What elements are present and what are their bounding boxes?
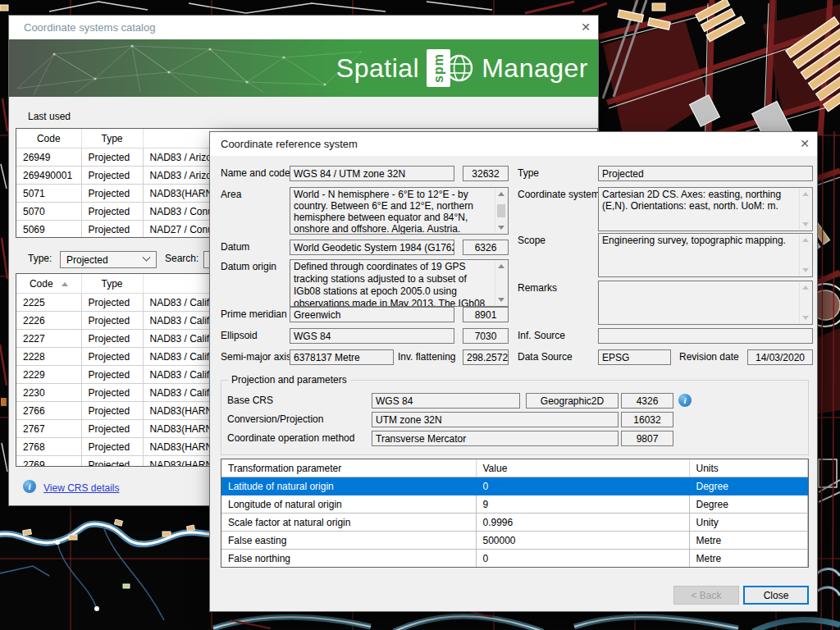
base-crs-field[interactable]: WGS 84 [372, 393, 520, 409]
datum-origin-scrollbar[interactable] [495, 261, 507, 305]
close-button[interactable]: Close [743, 586, 809, 605]
search-label: Search: [165, 251, 199, 267]
data-source-field[interactable]: EPSG [598, 349, 671, 365]
prime-meridian-field[interactable]: Greenwich [290, 307, 454, 322]
cell-type: Projected [81, 348, 143, 366]
base-crs-info-icon[interactable]: i [678, 394, 692, 407]
inf-source-field[interactable] [598, 328, 813, 344]
projection-group-caption: Projection and parameters [228, 374, 350, 386]
datum-code-field[interactable]: 6326 [463, 240, 509, 255]
cell-parameter: Longitude of natural origin [221, 495, 476, 514]
coordinate-system-field[interactable]: Cartesian 2D CS. Axes: easting, northing… [598, 187, 813, 231]
scroll-up-icon[interactable] [802, 238, 809, 242]
column-header-code[interactable]: Code [16, 129, 81, 148]
code-field[interactable]: 32632 [463, 166, 509, 181]
cell-type: Projected [81, 148, 143, 167]
coordinate-system-scrollbar[interactable] [799, 189, 811, 230]
parameter-row[interactable]: False northing 0 Metre [221, 550, 808, 568]
cell-value: 500000 [476, 532, 689, 550]
cell-value: 0.9996 [476, 514, 689, 532]
conversion-field[interactable]: UTM zone 32N [372, 412, 619, 427]
scroll-down-icon[interactable] [802, 268, 809, 272]
inv-flattening-field[interactable]: 298.257223 [463, 349, 509, 365]
inv-flattening-label: Inv. flattening [398, 349, 456, 365]
column-header-type[interactable]: Type [81, 129, 143, 148]
base-crs-kind-field[interactable]: Geographic2D [526, 393, 619, 409]
back-button[interactable]: < Back [673, 586, 739, 605]
column-header-code[interactable]: Code [16, 274, 81, 294]
catalog-titlebar: Coordinate systems catalog ✕ [9, 16, 598, 39]
cell-type: Projected [81, 402, 143, 420]
operation-method-code-field[interactable]: 9807 [621, 431, 673, 446]
ellipsoid-field[interactable]: WGS 84 [290, 328, 454, 344]
parameter-row[interactable]: Latitude of natural origin 0 Degree [221, 477, 808, 495]
cell-code: 2228 [16, 348, 81, 366]
cell-code: 2225 [16, 294, 81, 312]
scope-field[interactable]: Engineering survey, topographic mapping. [598, 233, 813, 277]
revision-date-label: Revision date [679, 349, 739, 365]
operation-method-field[interactable]: Transverse Mercator [372, 431, 619, 446]
conversion-label: Conversion/Projection [227, 412, 323, 427]
brand-manager: Manager [482, 53, 588, 84]
data-source-label: Data Source [518, 349, 573, 365]
parameter-row[interactable]: False easting 500000 Metre [221, 532, 808, 550]
scroll-up-icon[interactable] [802, 192, 809, 196]
sort-ascending-icon [62, 282, 68, 286]
cell-parameter: False easting [221, 532, 476, 550]
scroll-down-icon[interactable] [498, 298, 504, 302]
type-filter-dropdown[interactable]: Projected [60, 251, 157, 268]
close-icon[interactable]: ✕ [792, 132, 817, 156]
datum-origin-field[interactable]: Defined through coordinates of 19 GPS tr… [290, 259, 509, 307]
cell-parameter: False northing [221, 550, 476, 568]
cell-value: 0 [476, 550, 689, 568]
cell-type: Projected [81, 203, 143, 221]
cell-type: Projected [81, 456, 143, 468]
info-icon: i [23, 480, 36, 493]
datum-field[interactable]: World Geodetic System 1984 (G1762) [290, 240, 454, 255]
base-crs-code-field[interactable]: 4326 [621, 393, 673, 409]
ellipsoid-code-field[interactable]: 7030 [463, 328, 509, 344]
cell-units: Metre [689, 550, 808, 568]
cell-code: 26949 [16, 148, 81, 167]
column-header-parameter[interactable]: Transformation parameter [221, 459, 476, 477]
cell-parameter: Latitude of natural origin [221, 477, 476, 495]
dialog-title: Coordinate reference system [221, 138, 358, 150]
column-header-units[interactable]: Units [689, 459, 808, 477]
spm-logo-text: spm [431, 49, 446, 87]
semi-major-axis-field[interactable]: 6378137 Metre [290, 349, 394, 365]
close-icon[interactable]: ✕ [573, 16, 598, 39]
cell-code: 2766 [16, 402, 81, 420]
scope-scrollbar[interactable] [799, 235, 811, 276]
catalog-title: Coordinate systems catalog [24, 21, 155, 34]
parameter-row[interactable]: Longitude of natural origin 9 Degree [221, 495, 808, 514]
cell-units: Metre [689, 532, 808, 550]
cell-code: 2230 [16, 384, 81, 402]
parameter-row[interactable]: Scale factor at natural origin 0.9996 Un… [221, 514, 808, 532]
cell-parameter: Scale factor at natural origin [221, 514, 476, 532]
scroll-down-icon[interactable] [802, 222, 809, 226]
scroll-up-icon[interactable] [498, 264, 504, 268]
cell-code: 2227 [16, 330, 81, 348]
semi-major-axis-label: Semi-major axis [221, 349, 291, 365]
name-field[interactable]: WGS 84 / UTM zone 32N [290, 166, 454, 181]
scroll-thumb[interactable] [497, 204, 505, 217]
network-mesh-graphic [9, 39, 370, 97]
datum-origin-label: Datum origin [221, 259, 276, 275]
prime-meridian-code-field[interactable]: 8901 [463, 307, 509, 322]
revision-date-field[interactable]: 14/03/2020 [747, 349, 813, 365]
view-crs-details-link[interactable]: View CRS details [43, 482, 119, 494]
scroll-down-icon[interactable] [498, 226, 504, 230]
conversion-code-field[interactable]: 16032 [621, 412, 673, 427]
scroll-down-icon[interactable] [802, 316, 809, 320]
scroll-up-icon[interactable] [802, 285, 809, 290]
area-scrollbar[interactable] [495, 189, 507, 233]
remarks-field[interactable] [598, 281, 813, 325]
area-field[interactable]: World - N hemisphere - 6°E to 12°E - by … [290, 187, 509, 235]
cell-type: Projected [81, 438, 143, 456]
remarks-scrollbar[interactable] [799, 282, 811, 323]
type-field[interactable]: Projected [598, 166, 813, 181]
column-header-value[interactable]: Value [476, 459, 689, 477]
spm-logo: spm [427, 47, 474, 89]
column-header-type[interactable]: Type [81, 274, 143, 294]
scroll-up-icon[interactable] [498, 192, 504, 196]
